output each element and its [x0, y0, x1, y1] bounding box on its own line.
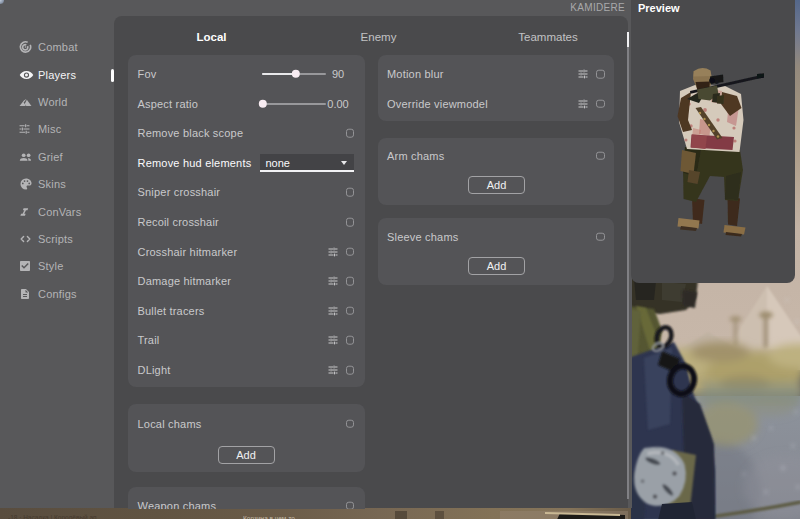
svg-text:-18 · Насадка | Королёвый ап: -18 · Насадка | Королёвый ап: [8, 514, 97, 519]
svg-text:Корзина в чем-то: Корзина в чем-то: [243, 515, 295, 519]
